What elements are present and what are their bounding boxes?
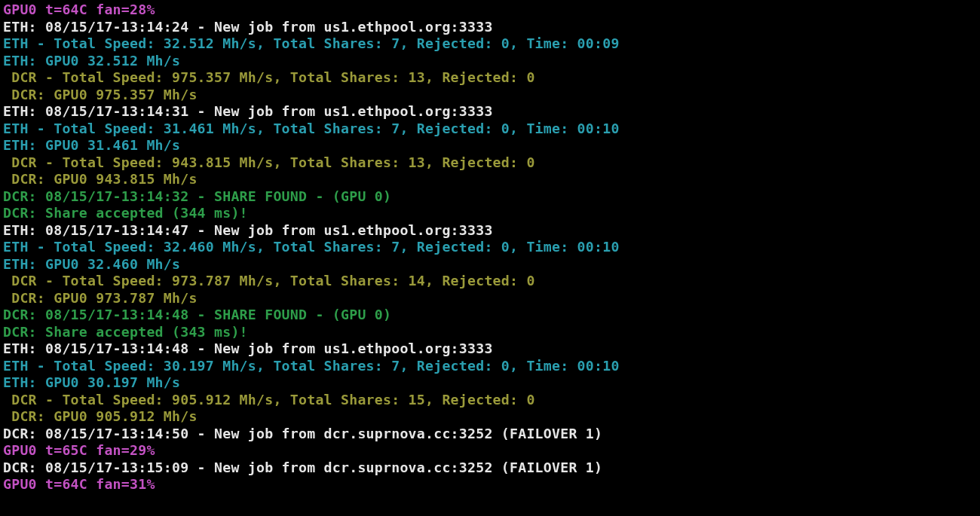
log-line: DCR - Total Speed: 973.787 Mh/s, Total S… <box>3 273 977 290</box>
log-line: DCR - Total Speed: 943.815 Mh/s, Total S… <box>3 154 977 172</box>
log-line: ETH: 08/15/17-13:14:47 - New job from us… <box>3 222 977 240</box>
log-line: ETH - Total Speed: 32.512 Mh/s, Total Sh… <box>3 35 977 53</box>
log-line: DCR - Total Speed: 975.357 Mh/s, Total S… <box>3 69 977 87</box>
log-line: ETH: 08/15/17-13:14:31 - New job from us… <box>3 103 977 121</box>
log-line: DCR: Share accepted (344 ms)! <box>3 205 977 222</box>
log-line: ETH: GPU0 32.460 Mh/s <box>3 256 977 273</box>
log-line: ETH: 08/15/17-13:14:24 - New job from us… <box>3 19 977 36</box>
log-line: GPU0 t=64C fan=31% <box>3 476 977 493</box>
terminal-output: GPU0 t=64C fan=28%ETH: 08/15/17-13:14:24… <box>0 0 980 495</box>
log-line: DCR: 08/15/17-13:14:32 - SHARE FOUND - (… <box>3 188 977 206</box>
log-line: ETH: GPU0 31.461 Mh/s <box>3 137 977 154</box>
log-line: ETH: GPU0 30.197 Mh/s <box>3 374 977 392</box>
log-line: DCR: 08/15/17-13:14:50 - New job from dc… <box>3 426 977 443</box>
log-line: GPU0 t=64C fan=28% <box>3 2 977 19</box>
log-line: ETH - Total Speed: 31.461 Mh/s, Total Sh… <box>3 121 977 138</box>
log-line: DCR: GPU0 905.912 Mh/s <box>3 408 977 426</box>
log-line: DCR: 08/15/17-13:15:09 - New job from dc… <box>3 460 977 477</box>
log-line: ETH - Total Speed: 32.460 Mh/s, Total Sh… <box>3 239 977 256</box>
log-line: GPU0 t=65C fan=29% <box>3 442 977 460</box>
log-line: DCR - Total Speed: 905.912 Mh/s, Total S… <box>3 392 977 409</box>
log-line: DCR: GPU0 973.787 Mh/s <box>3 290 977 307</box>
log-line: DCR: GPU0 975.357 Mh/s <box>3 87 977 104</box>
log-line: DCR: 08/15/17-13:14:48 - SHARE FOUND - (… <box>3 307 977 324</box>
log-line: DCR: GPU0 943.815 Mh/s <box>3 171 977 188</box>
log-line: ETH: GPU0 32.512 Mh/s <box>3 53 977 70</box>
log-line: ETH - Total Speed: 30.197 Mh/s, Total Sh… <box>3 358 977 375</box>
log-line: ETH: 08/15/17-13:14:48 - New job from us… <box>3 340 977 358</box>
log-line: DCR: Share accepted (343 ms)! <box>3 324 977 341</box>
